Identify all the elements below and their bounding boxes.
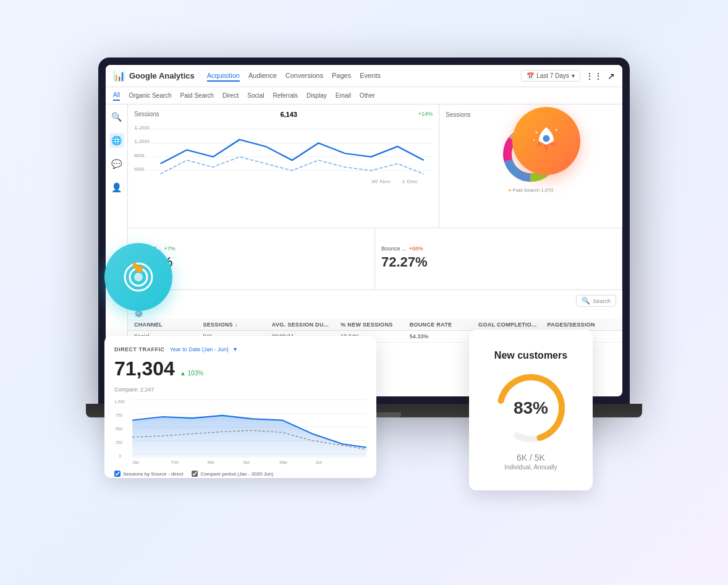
legend-label-compare: Compare period (Jan - 2020 Jun) [200,471,273,477]
svg-point-3 [543,135,549,142]
bounce-rate-label-row: Bounce ... +68% [381,246,616,252]
subtab-all[interactable]: All [113,90,120,101]
subtab-email[interactable]: Email [336,91,351,100]
svg-point-4 [536,132,538,134]
direct-traffic-panel: DIRECT TRAFFIC Year to Date (Jan - Jun) … [104,336,376,478]
new-customers-title: New customers [494,350,567,361]
svg-text:30 Nov: 30 Nov [371,179,391,184]
legend-checkbox-direct[interactable] [114,471,121,477]
deco-target-icon [104,243,172,311]
new-customers-circle: 83% [494,371,568,445]
subtab-referrals[interactable]: Referrals [273,91,298,100]
svg-text:1,000: 1,000 [134,139,150,144]
nav-events[interactable]: Events [360,70,381,82]
th-new-sessions[interactable]: % NEW SESSIONS [341,322,409,328]
svg-text:Jan: Jan [132,459,139,464]
svg-text:1,000: 1,000 [114,399,125,405]
main-nav: Acquisition Audience Conversions Pages E… [207,70,521,82]
svg-text:May: May [279,459,287,464]
nc-count-separator: / [530,453,535,463]
search-label: Search [593,298,611,304]
nav-conversions[interactable]: Conversions [286,70,323,82]
svg-text:Jun: Jun [315,459,322,464]
nc-count: 6K / 5K [517,453,545,463]
grid-icon[interactable]: ⋮⋮ [585,71,603,81]
nc-count-value: 6K [517,453,527,463]
bounce-rate-change: +68% [409,246,423,252]
ga-logo: 📊 Google Analytics [113,70,195,82]
nc-total-value: 5K [535,453,545,463]
svg-text:600: 600 [134,166,145,172]
sidebar-dashboard[interactable]: 🌐 [109,133,124,148]
laptop-container: 📊 Google Analytics Acquisition Audience … [86,58,642,527]
legend-sessions-direct: Sessions by Source - direct [114,471,183,477]
direct-traffic-label: DIRECT TRAFFIC [114,346,165,352]
nc-percentage: 83% [514,398,548,418]
legend-checkbox-compare[interactable] [192,471,198,477]
svg-text:750: 750 [116,412,122,419]
th-pages[interactable]: PAGES/SESSION [548,322,616,328]
svg-text:800: 800 [134,153,145,158]
subtab-social[interactable]: Social [247,91,264,100]
nc-subtitle: Individual, Annually [504,464,557,471]
direct-traffic-period[interactable]: Year to Date (Jan - Jun) [170,346,229,352]
bounce-rate-value: 72.27% [381,254,616,270]
metrics-row: % New S... +7% 3.05% Bounce ... +68% [128,228,622,290]
donut-legend-value: 1,070 [541,187,553,193]
new-sessions-change: +7% [164,246,176,252]
svg-text:Feb: Feb [171,459,179,464]
calendar-icon: 📅 [527,72,534,79]
direct-traffic-legend: Sessions by Source - direct Compare peri… [114,471,366,477]
new-customers-card: New customers 83% 6K / 5K Individual, An… [469,330,593,490]
svg-text:Mar: Mar [208,459,215,464]
th-sessions[interactable]: SESSIONS ↓ [203,322,271,328]
sessions-chart-title: Sessions [134,111,159,117]
sessions-line-chart: 1,200 1,000 800 600 30 Nov [134,122,433,184]
sidebar-search[interactable]: 🔍 [109,109,124,124]
svg-point-6 [533,139,535,140]
sub-nav: All Organic Search Paid Search Direct So… [106,87,622,105]
date-range-button[interactable]: 📅 Last 7 Days ▾ [521,70,580,82]
search-bar[interactable]: 🔍 Search [576,295,616,307]
top-nav: 📊 Google Analytics Acquisition Audience … [106,65,622,87]
nav-audience[interactable]: Audience [248,70,277,82]
th-bounce-rate[interactable]: BOUNCE RATE [410,322,478,328]
th-avg-session[interactable]: AVG. SESSION DU... [272,322,341,328]
share-icon[interactable]: ↗ [607,71,615,81]
bounce-rate-label: Bounce ... [381,246,407,252]
svg-text:0: 0 [119,453,122,459]
subtab-other[interactable]: Other [360,91,375,100]
direct-traffic-compare: Compare: 2,247 [114,386,154,393]
svg-point-5 [556,129,557,131]
sessions-chart-panel: Sessions 6,143 +14% [128,105,439,228]
th-goal[interactable]: GOAL COMPLETIO... [478,322,547,328]
date-range-label: Last 7 Days [536,72,569,79]
sidebar-messages[interactable]: 💬 [109,156,124,171]
subtab-organic[interactable]: Organic Search [129,91,171,100]
ga-logo-icon: 📊 [113,70,125,82]
sidebar-settings-sidebar[interactable]: 👤 [109,180,124,195]
svg-point-2 [135,273,142,281]
donut-legend-label: Paid Search [513,187,540,193]
th-channel: CHANNEL [134,322,203,328]
sessions-change: +14% [418,111,433,117]
svg-text:1 Dec: 1 Dec [402,179,418,184]
nav-pages[interactable]: Pages [332,70,351,82]
donut-chart-title: Sessions [446,111,471,118]
svg-text:Apr: Apr [243,459,250,464]
subtab-paid[interactable]: Paid Search [180,91,214,100]
svg-marker-33 [132,416,366,458]
metric-bounce-rate: Bounce ... +68% 72.27% [375,228,622,289]
subtab-direct[interactable]: Direct [222,91,239,100]
nav-acquisition[interactable]: Acquisition [207,70,240,82]
donut-legend-item: ● Paid Search 1,070 [509,187,554,193]
new-sessions-label-row: % New S... +7% [134,246,368,252]
svg-text:250: 250 [116,440,122,446]
subtab-display[interactable]: Display [307,91,327,100]
period-dropdown-icon[interactable]: ▾ [234,346,237,352]
td-bounce-rate: 54.33% [410,333,478,339]
sessions-value: 6,143 [280,111,297,118]
search-icon-table: 🔍 [582,297,590,305]
direct-traffic-chart: 1,000 750 500 250 0 Jan Feb Mar Apr May [114,396,366,464]
app-title: Google Analytics [129,71,195,80]
